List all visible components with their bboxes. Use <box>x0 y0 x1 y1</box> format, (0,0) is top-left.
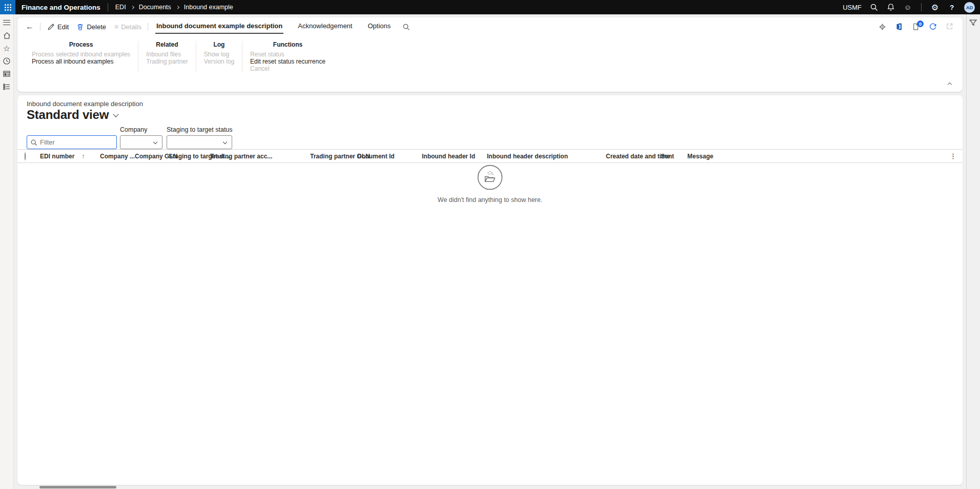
process-selected-inbound-examples-button[interactable]: Process selected inbound examples <box>32 51 130 58</box>
feedback-smiley-icon[interactable]: ☺ <box>903 3 912 12</box>
power-apps-diamond-icon[interactable] <box>878 23 887 31</box>
waffle-icon <box>5 4 6 6</box>
action-search-icon[interactable] <box>402 23 410 31</box>
tab-options[interactable]: Options <box>366 20 392 34</box>
topbar-actions: USMF ☺ ⚙ ? AD <box>843 2 980 13</box>
ribbon-group-title: Functions <box>250 41 325 48</box>
breadcrumb: EDI Documents Inbound example <box>115 4 233 11</box>
open-in-office-icon[interactable] <box>895 23 904 31</box>
radio-circle-icon <box>25 152 26 160</box>
ribbon-group-title: Related <box>146 41 188 48</box>
command-divider <box>148 23 148 31</box>
tab-acknowledgement[interactable]: Acknowledgement <box>297 20 353 34</box>
column-header-message[interactable]: Message <box>687 153 963 160</box>
search-icon[interactable] <box>869 3 879 12</box>
cancel-button[interactable]: Cancel <box>250 65 325 72</box>
reset-status-button[interactable]: Reset status <box>250 51 325 58</box>
collapse-action-pane-button[interactable] <box>948 79 951 88</box>
version-log-button[interactable]: Version log <box>204 58 234 65</box>
column-header-edi-number[interactable]: EDI number↑ <box>40 153 100 160</box>
open-in-new-window-icon[interactable] <box>946 23 954 31</box>
view-selector[interactable]: Standard view <box>27 108 118 122</box>
breadcrumb-area[interactable]: Documents <box>139 4 171 11</box>
details-label: Details <box>121 23 141 31</box>
details-button[interactable]: ≡ Details <box>114 23 141 31</box>
column-header-staging-to-target-status[interactable]: Staging to target st... <box>169 153 210 160</box>
filter-input[interactable] <box>40 138 113 146</box>
column-header-company-gln[interactable]: Company GLN <box>135 153 169 160</box>
help-icon[interactable]: ? <box>947 3 956 12</box>
column-header-created-date-and-time[interactable]: Created date and time <box>606 153 661 160</box>
chevron-right-icon <box>176 5 179 9</box>
dashboard-form-icon <box>3 70 11 78</box>
gear-icon[interactable]: ⚙ <box>930 3 940 12</box>
sidebar-item-workspaces[interactable] <box>1 82 13 92</box>
view-name: Standard view <box>27 108 109 122</box>
select-all-checkbox[interactable] <box>25 153 40 160</box>
sort-ascending-icon: ↑ <box>81 153 85 160</box>
quick-filter <box>27 135 117 149</box>
column-header-trading-partner-account[interactable]: Trading partner acc... <box>210 153 310 160</box>
list-icon <box>3 83 11 91</box>
chevron-down-icon <box>113 111 118 117</box>
sidebar-item-home[interactable] <box>1 30 13 40</box>
action-pane: ← Edit Delete ≡ Details <box>17 17 963 92</box>
column-header-inbound-header-description[interactable]: Inbound header description <box>487 153 606 160</box>
company-filter-dropdown[interactable] <box>120 135 162 149</box>
sidebar-item-recent[interactable] <box>1 56 13 66</box>
app-launcher-button[interactable] <box>0 0 15 14</box>
ribbon-group-title: Process <box>32 41 130 48</box>
avatar[interactable]: AD <box>964 2 975 13</box>
attachments-icon[interactable]: 0 <box>912 23 921 31</box>
edit-button[interactable]: Edit <box>47 23 69 31</box>
back-button[interactable]: ← <box>26 22 34 31</box>
app-title[interactable]: Finance and Operations <box>22 4 100 11</box>
right-filter-rail <box>966 14 980 489</box>
staging-to-target-status-dropdown[interactable] <box>167 135 232 149</box>
topbar-divider <box>921 3 922 11</box>
ribbon-group-divider <box>138 41 138 72</box>
chevron-down-icon <box>223 140 227 144</box>
process-all-inbound-examples-button[interactable]: Process all inbound examples <box>32 58 130 65</box>
clock-icon <box>3 57 11 65</box>
back-arrow-icon: ← <box>26 22 34 31</box>
column-header-company[interactable]: Company ... <box>100 153 135 160</box>
delete-label: Delete <box>87 23 106 31</box>
chevron-right-icon <box>131 5 134 9</box>
horizontal-scrollbar-thumb[interactable] <box>39 486 116 488</box>
ribbon-group-divider <box>196 41 196 72</box>
ribbon-group-related: Related Inbound files Trading partner <box>146 41 188 72</box>
ribbon-group-title: Log <box>204 41 234 48</box>
refresh-icon[interactable] <box>929 23 937 31</box>
column-header-document-id[interactable]: Document Id <box>357 153 422 160</box>
company-picker[interactable]: USMF <box>843 4 862 11</box>
column-options-more-icon[interactable]: ⋮ <box>950 152 956 160</box>
expand-navigation-button[interactable] <box>1 17 13 28</box>
breadcrumb-module[interactable]: EDI <box>115 4 126 11</box>
show-log-button[interactable]: Show log <box>204 51 234 58</box>
dynamics-365-window: Finance and Operations EDI Documents Inb… <box>0 0 980 489</box>
grid-header-row: EDI number↑ Company ... Company GLN Stag… <box>17 149 963 163</box>
action-pane-command-row: ← Edit Delete ≡ Details <box>17 17 963 33</box>
filter-funnel-icon[interactable] <box>969 18 978 28</box>
sidebar-item-favorites[interactable]: ☆ <box>1 43 13 53</box>
column-header-sent[interactable]: Sent <box>661 153 687 160</box>
page-content: Inbound document example description Sta… <box>17 95 963 485</box>
page-subtitle: Inbound document example description <box>27 100 143 108</box>
edit-reset-status-recurrence-button[interactable]: Edit reset status recurrence <box>250 58 325 65</box>
bell-icon[interactable] <box>886 3 895 12</box>
inbound-files-button[interactable]: Inbound files <box>146 51 188 58</box>
grid-empty-state: We didn't find anything to show here. <box>17 165 963 203</box>
trash-icon <box>76 23 84 31</box>
delete-button[interactable]: Delete <box>76 23 106 31</box>
trading-partner-button[interactable]: Trading partner <box>146 58 188 65</box>
breadcrumb-page[interactable]: Inbound example <box>184 4 233 11</box>
empty-state-message: We didn't find anything to show here. <box>438 196 542 203</box>
column-header-trading-partner-gln[interactable]: Trading partner GLN <box>310 153 357 160</box>
left-navigation-rail: ☆ <box>0 14 14 489</box>
ribbon-group-process: Process Process selected inbound example… <box>32 41 130 72</box>
details-list-icon: ≡ <box>114 23 118 31</box>
column-header-inbound-header-id[interactable]: Inbound header Id <box>422 153 487 160</box>
tab-inbound-document-example-description[interactable]: Inbound document example description <box>155 20 283 34</box>
sidebar-item-default-dashboard[interactable] <box>1 69 13 79</box>
